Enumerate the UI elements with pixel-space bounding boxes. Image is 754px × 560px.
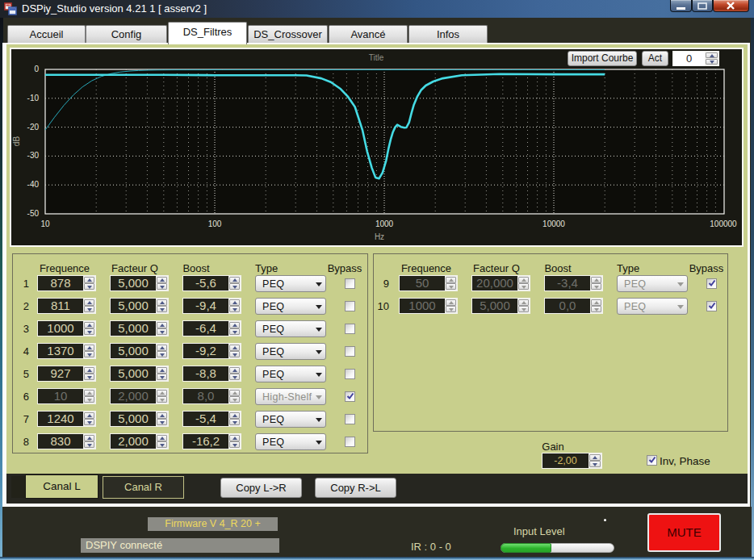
svg-text:1000: 1000 [375,219,394,228]
svg-text:0: 0 [34,65,39,73]
svg-text:100: 100 [208,219,222,228]
svg-text:-30: -30 [27,151,40,160]
svg-text:100000: 100000 [710,219,737,228]
svg-text:Hz: Hz [375,232,384,241]
svg-text:Title: Title [369,53,384,62]
svg-text:10: 10 [40,219,50,228]
svg-text:-10: -10 [27,94,40,102]
svg-text:-40: -40 [27,180,40,189]
svg-text:dB: dB [12,136,21,147]
svg-text:-50: -50 [27,209,40,218]
svg-text:-20: -20 [27,123,40,132]
svg-text:10000: 10000 [542,219,565,228]
